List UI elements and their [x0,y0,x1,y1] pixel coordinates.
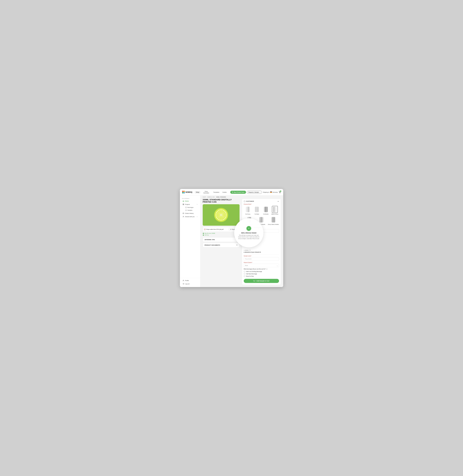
sidebar-item-home[interactable]: Home [181,199,199,203]
filename-text: 3hops-radler-lime-0.5% (de).pdf [206,229,223,230]
finish-full-glossy[interactable]: Full Glossy [244,206,252,215]
editable-notice: n editable: i [244,250,279,251]
svg-rect-2 [182,192,183,193]
svg-point-36 [221,215,222,215]
full-glossy-can-icon [246,206,250,213]
breadcrumb: SHOP › SAMPLE CAN › 330ML STANDARD [200,196,283,199]
validation-filesize: Max file size 150MB [203,233,240,234]
svg-point-5 [233,192,233,193]
artwork-tips-label: ARTWORK TIPS [205,239,215,240]
sidebar-item-profile[interactable]: Profile [181,279,199,282]
breadcrumb-sep1: › [206,197,207,198]
popup-add-button[interactable]: + [247,226,251,231]
cart-badge: 1 [280,190,281,192]
sample-name-input[interactable] [244,257,279,261]
sidebar-item-beverages[interactable]: Beverages [184,206,200,209]
sample-name-label: Sample name* [244,255,279,257]
finish-glossy-matte-metallic-label: Glossy, Matte & Metallic [268,224,279,225]
svg-text:i: i [267,269,267,270]
lime-illustration [213,207,229,223]
svg-rect-14 [183,204,183,205]
product-title: 330ML STANDARD DIGITALLY PRINTED CAN [203,199,240,203]
orders-history-label: Orders History [185,213,194,214]
samples-icon [185,210,187,211]
sidebar-sub-projects: Beverages Samples [180,206,200,212]
logo[interactable]: NOMOQ [182,191,192,194]
svg-point-54 [254,281,254,282]
logout-label: Log out [185,283,189,285]
check-icon-1 [203,233,204,234]
nav-links: Shop Price Calculator Templates Guides [195,190,228,194]
buy-printed-cans-button[interactable]: Buy Printed Cans [230,191,246,194]
svg-rect-49 [272,217,275,222]
sidebar-item-samples[interactable]: Samples [184,209,200,212]
breadcrumb-current: 330ML STANDARD [216,197,226,198]
divider [244,254,279,254]
svg-text:PDF: PDF [205,229,205,230]
sidebar-item-projects[interactable]: Projects ∧ [181,203,199,206]
svg-rect-0 [182,191,183,192]
cart-nav-icon [232,191,233,193]
nav-guides[interactable]: Guides [221,191,228,194]
finish-label: Choose finish* [244,204,279,205]
breadcrumb-shop[interactable]: SHOP [203,197,206,198]
finish-matte-glossy-label: Matte & Glossy [271,214,278,215]
product-documents-accordion: PRODUCT DOCUMENTS [203,243,240,247]
breadcrumb-sample-can[interactable]: SAMPLE CAN [207,197,214,198]
cart-button[interactable]: 1 [279,191,281,193]
sidebar-item-shared[interactable]: Shared with you ∨ [181,215,199,218]
product-documents-header[interactable]: PRODUCT DOCUMENTS [203,243,240,247]
sidebar: Your workspace Home [180,196,200,287]
finish-full-matte[interactable]: Full Matte [253,206,261,215]
beverage-option-none[interactable]: None for Now [244,275,279,277]
matte-glossy-can-icon [273,206,277,213]
nav-templates[interactable]: Templates [212,191,221,194]
beverage-option-new[interactable]: Add New Beverage [244,273,279,275]
finish-full-matte-label: Full Matte [255,214,259,215]
svg-point-55 [254,281,255,282]
beverage-option-existing[interactable]: Add to an Existing Beverage [244,271,279,272]
file-upload-row: PDF 3hops-radler-lime-0.5% (de).pdf Reup… [203,227,240,232]
deposit-system-select[interactable]: None Standard Premium [244,264,279,267]
beverage-radio-group: Add to an Existing Beverage Add New Beve… [244,271,279,277]
validation-area: Max file size 150MB PDF file [203,233,240,236]
validation-pdf: PDF file [203,234,240,236]
finish-glossy-matte-metallic[interactable]: Glossy, Matte & Metallic [268,216,279,225]
radio-existing [244,271,245,272]
info-icon: i [249,250,251,251]
add-sample-to-cart-button[interactable]: + Add Sample to Cart [244,279,279,283]
product-right: CUSTOMIZE Choose finish* [242,199,281,285]
sidebar-item-logout[interactable]: Log out [181,282,199,286]
country-label: Germany [273,191,278,193]
cart-add-icon [253,280,255,282]
beverage-info-icon: i [266,268,267,270]
popup-title: Add a reference Variant [241,232,256,234]
customize-collapse-icon[interactable] [277,200,279,202]
svg-rect-12 [183,204,183,204]
artwork-tips-header[interactable]: ARTWORK TIPS [203,237,240,242]
request-sample-button[interactable]: Request a Sample → [247,191,262,194]
radio-none [244,275,245,277]
sidebar-item-orders-history[interactable]: Orders History [181,212,199,215]
file-name-display: PDF 3hops-radler-lime-0.5% (de).pdf [204,229,223,230]
check-icon-2 [203,234,204,236]
finish-matte-glossy[interactable]: Matte & Glossy [271,206,279,215]
projects-label: Projects [185,204,190,205]
projects-icon [183,204,184,205]
profile-icon [183,280,184,281]
shared-chevron: ∨ [197,216,197,217]
svg-rect-17 [186,207,186,207]
add-cart-label: + Add Sample to Cart [256,280,269,282]
workspace-label: Your workspace [180,197,200,199]
beverages-icon [185,207,187,208]
finish-grid-row1: Full Glossy [244,206,279,215]
nav-price-calculator[interactable]: Price Calculator [201,190,212,194]
product-container: 330ML STANDARD DIGITALLY PRINTED CAN [200,199,283,287]
svg-rect-46 [273,207,274,212]
svg-rect-1 [184,191,185,192]
svg-point-9 [279,192,280,193]
nav-shop[interactable]: Shop [195,191,201,194]
svg-rect-3 [184,192,185,193]
artwork-tips-accordion: ARTWORK TIPS [203,237,240,242]
finish-full-metallic[interactable]: Full Metallic [262,206,270,215]
